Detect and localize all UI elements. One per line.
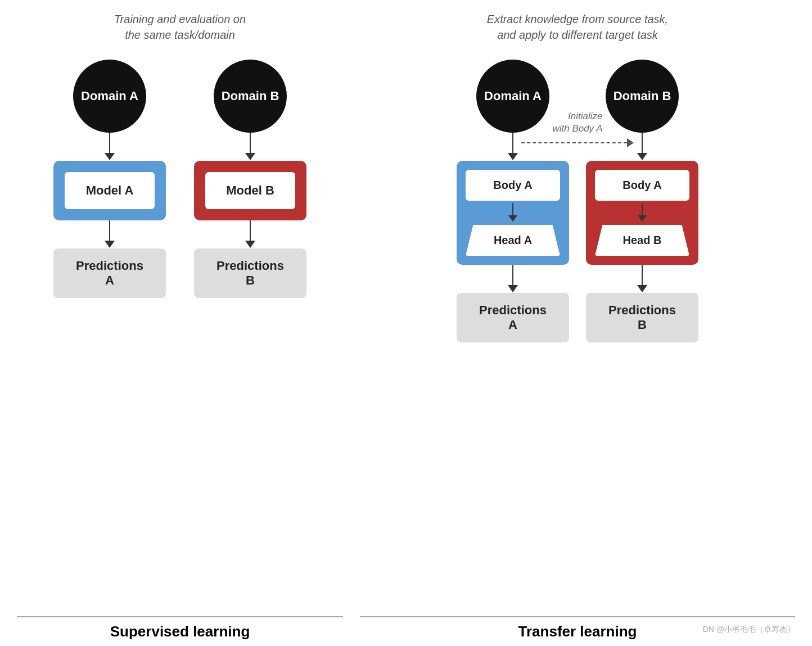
supervised-columns: Domain A Model A Predictions A — [17, 60, 343, 298]
supervised-section: Training and evaluation on the same task… — [17, 11, 343, 617]
arrow-transfer-domain-a — [508, 133, 518, 161]
supervised-col-b: Domain B Model B Predictions B — [194, 60, 306, 298]
head-a-label: Head A — [466, 225, 560, 256]
model-b-label: Model B — [205, 172, 295, 209]
head-b-label: Head B — [595, 225, 689, 256]
model-box-a: Model A — [53, 161, 166, 220]
supervised-label: Supervised learning — [17, 623, 343, 640]
watermark: DN @小爷毛毛（卓寿杰） — [703, 625, 795, 635]
body-head-box-a: Body A Head A — [457, 161, 569, 265]
small-arrow-a — [508, 203, 517, 223]
arrow-domain-a — [105, 133, 115, 161]
transfer-domain-b-circle: Domain B — [606, 60, 679, 133]
supervised-subtitle: Training and evaluation on the same task… — [114, 11, 246, 43]
arrow-model-b — [245, 220, 255, 249]
bottom-labels: Supervised learning Transfer learning — [0, 617, 812, 646]
supervised-col-a: Domain A Model A Predictions A — [53, 60, 166, 298]
domain-a-circle: Domain A — [73, 60, 146, 133]
diagram: Training and evaluation on the same task… — [0, 0, 812, 646]
arrow-transfer-model-a — [508, 265, 518, 293]
predictions-a-supervised: Predictions A — [53, 249, 166, 298]
arrow-transfer-domain-b — [637, 133, 647, 161]
transfer-col-a: Domain A Body A Head A — [457, 60, 569, 342]
small-arrow-b — [638, 203, 647, 223]
transfer-subtitle: Extract knowledge from source task, and … — [487, 11, 668, 43]
predictions-b-transfer: Predictions B — [586, 293, 698, 342]
model-box-b: Model B — [194, 161, 306, 220]
arrow-transfer-model-b — [637, 265, 647, 293]
transfer-col-b: Domain B Body A Head B — [586, 60, 698, 342]
arrow-domain-b — [245, 133, 255, 161]
predictions-a-transfer: Predictions A — [457, 293, 569, 342]
model-a-label: Model A — [65, 172, 155, 209]
top-area: Training and evaluation on the same task… — [0, 0, 812, 617]
transfer-columns: Domain A Body A Head A — [360, 60, 795, 342]
body-head-box-b: Body A Head B — [586, 161, 698, 265]
body-b-label: Body A — [595, 170, 689, 201]
body-a-label: Body A — [466, 170, 560, 201]
transfer-section: Extract knowledge from source task, and … — [360, 11, 795, 617]
transfer-domain-a-circle: Domain A — [476, 60, 549, 133]
arrow-model-a — [105, 220, 115, 249]
domain-b-circle: Domain B — [214, 60, 287, 133]
predictions-b-supervised: Predictions B — [194, 249, 306, 298]
